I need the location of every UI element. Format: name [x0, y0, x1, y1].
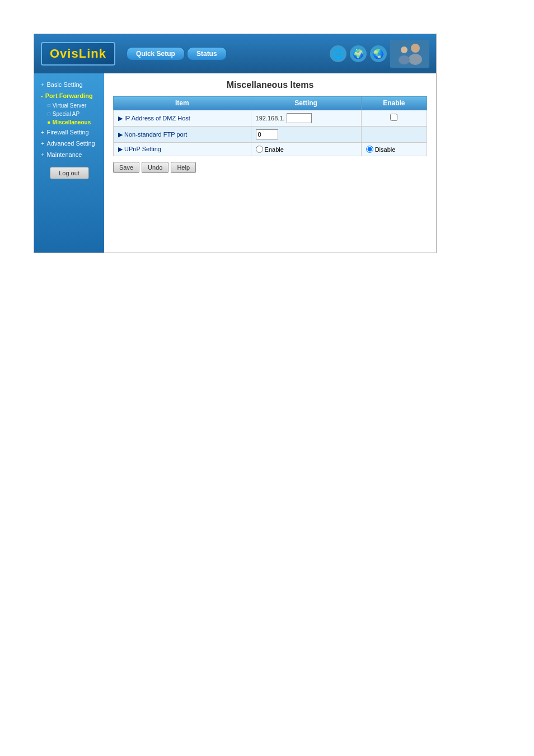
firewall-setting-label: Firewall Setting	[46, 129, 88, 136]
svg-point-1	[411, 44, 420, 53]
upnp-enable-label[interactable]: Enable	[256, 146, 284, 153]
svg-point-3	[401, 46, 407, 53]
col-header-setting: Setting	[251, 96, 361, 110]
svg-rect-0	[390, 40, 429, 68]
globe-icon-2[interactable]: 🌍	[350, 45, 367, 62]
advanced-setting-bullet: +	[41, 140, 44, 147]
logo-ovis: Ovis	[50, 46, 79, 60]
upnp-enable-radio[interactable]	[256, 146, 263, 153]
basic-setting-bullet: +	[41, 81, 44, 88]
setting-dmz-host: 192.168.1.	[251, 110, 361, 127]
dmz-host-input[interactable]	[287, 113, 312, 123]
sidebar-item-virtual-server[interactable]: Virtual Server	[45, 101, 101, 110]
logo-box: OvisLink	[41, 42, 115, 66]
upnp-disable-group: Disable	[366, 146, 422, 153]
status-tab[interactable]: Status	[187, 47, 227, 60]
logo-link: Link	[79, 46, 106, 60]
logo-text: OvisLink	[50, 46, 106, 60]
header-icons: 🌐 🌍 🌏	[330, 40, 429, 68]
logout-button[interactable]: Log out	[50, 167, 89, 179]
advanced-setting-label: Advanced Setting	[46, 140, 95, 147]
virtual-server-label: Virtual Server	[53, 102, 86, 109]
maintenance-label: Maintenance	[46, 151, 82, 158]
dmz-host-checkbox[interactable]	[390, 114, 397, 121]
ftp-port-input[interactable]	[256, 129, 278, 139]
upnp-disable-label[interactable]: Disable	[366, 146, 396, 153]
table-row: IP Address of DMZ Host 192.168.1.	[114, 110, 427, 127]
nav-tabs: Quick Setup Status	[127, 47, 227, 60]
logo-area: OvisLink Quick Setup Status	[41, 42, 227, 66]
special-ap-label: Special AP	[53, 111, 79, 117]
port-forwarding-label: Port Forwarding	[45, 92, 93, 99]
port-forwarding-bullet: -	[41, 92, 43, 99]
setting-upnp: Enable	[251, 143, 361, 156]
upnp-disable-text: Disable	[375, 146, 396, 153]
maintenance-bullet: +	[41, 151, 44, 158]
sidebar-item-miscellaneous[interactable]: Miscellaneous	[45, 118, 101, 127]
globe-icon-1[interactable]: 🌐	[330, 45, 346, 62]
svg-point-4	[399, 55, 410, 64]
content-area: + Basic Setting - Port Forwarding Virtua…	[34, 73, 436, 253]
basic-setting-label: Basic Setting	[46, 81, 82, 88]
setting-ftp-port	[251, 127, 361, 143]
header-photo	[390, 40, 429, 68]
help-button[interactable]: Help	[171, 162, 196, 173]
upnp-enable-text: Enable	[265, 146, 284, 153]
firewall-setting-bullet: +	[41, 129, 44, 136]
item-dmz-host: IP Address of DMZ Host	[114, 110, 251, 127]
col-header-enable: Enable	[361, 96, 427, 110]
sidebar-item-special-ap[interactable]: Special AP	[45, 110, 101, 118]
header: OvisLink Quick Setup Status 🌐 🌍 🌏	[34, 34, 436, 73]
sidebar-sub-group: Virtual Server Special AP Miscellaneous	[38, 101, 101, 127]
sidebar-item-port-forwarding[interactable]: - Port Forwarding	[38, 90, 101, 101]
upnp-radio-group: Enable	[256, 146, 357, 153]
col-header-item: Item	[114, 96, 251, 110]
svg-point-2	[409, 54, 422, 65]
page-title: Miscellaneous Items	[113, 80, 427, 90]
ip-prefix: 192.168.1.	[256, 115, 285, 122]
quick-setup-tab[interactable]: Quick Setup	[127, 47, 185, 60]
table-row: UPnP Setting Enable	[114, 143, 427, 156]
sidebar-item-firewall-setting[interactable]: + Firewall Setting	[38, 127, 101, 138]
globe-icon-3[interactable]: 🌏	[370, 45, 387, 62]
enable-upnp: Disable	[361, 143, 427, 156]
miscellaneous-label: Miscellaneous	[53, 119, 91, 125]
table-row: Non-standard FTP port	[114, 127, 427, 143]
enable-dmz-host	[361, 110, 427, 127]
action-buttons: Save Undo Help	[113, 162, 427, 173]
upnp-disable-radio[interactable]	[366, 146, 373, 153]
table-header-row: Item Setting Enable	[114, 96, 427, 110]
sidebar-item-maintenance[interactable]: + Maintenance	[38, 149, 101, 160]
enable-ftp-port	[361, 127, 427, 143]
item-upnp-setting: UPnP Setting	[114, 143, 251, 156]
item-ftp-port: Non-standard FTP port	[114, 127, 251, 143]
settings-table: Item Setting Enable IP Address of DMZ Ho…	[113, 96, 427, 156]
save-button[interactable]: Save	[113, 162, 139, 173]
sidebar: + Basic Setting - Port Forwarding Virtua…	[34, 73, 104, 253]
main-content: Miscellaneous Items Item Setting Enable …	[104, 73, 436, 253]
sidebar-item-basic-setting[interactable]: + Basic Setting	[38, 79, 101, 90]
sidebar-item-advanced-setting[interactable]: + Advanced Setting	[38, 138, 101, 149]
undo-button[interactable]: Undo	[142, 162, 168, 173]
